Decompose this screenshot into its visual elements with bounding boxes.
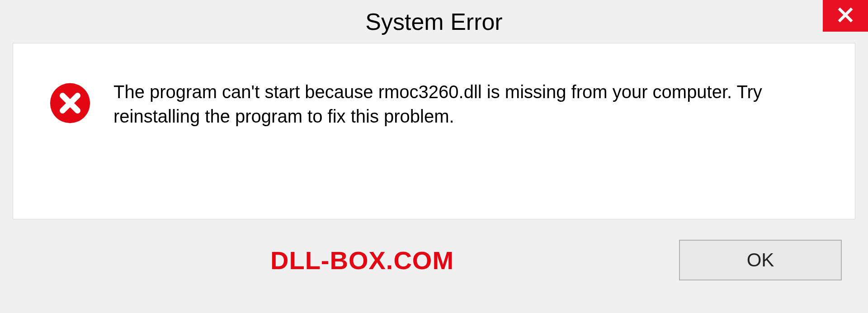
error-message: The program can't start because rmoc3260… [113, 80, 792, 128]
dialog-title: System Error [365, 8, 502, 35]
error-icon [49, 82, 91, 124]
content-panel: The program can't start because rmoc3260… [13, 43, 855, 219]
titlebar: System Error [0, 0, 868, 43]
close-icon [837, 7, 854, 25]
watermark-text: DLL-BOX.COM [270, 246, 454, 275]
footer: DLL-BOX.COM OK [13, 219, 855, 301]
ok-button[interactable]: OK [679, 240, 842, 280]
close-button[interactable] [823, 0, 868, 32]
